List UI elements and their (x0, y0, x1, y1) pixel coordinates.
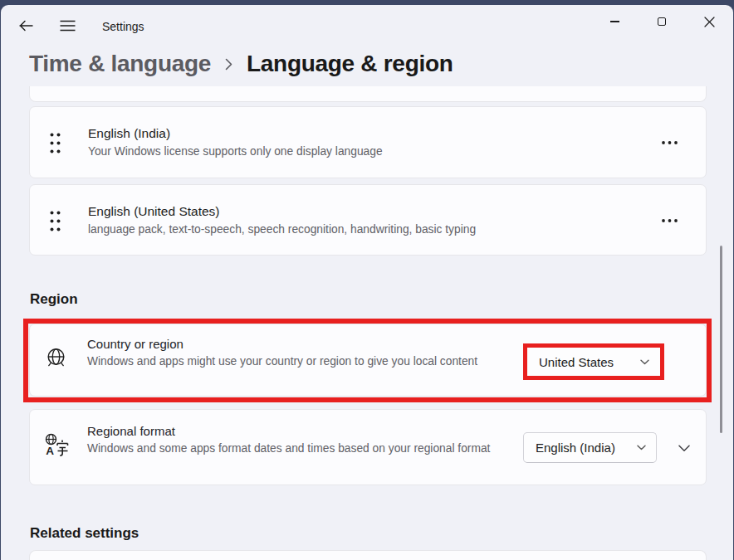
back-button[interactable] (12, 12, 39, 39)
setting-title: Country or region (87, 337, 184, 351)
section-header-related-settings: Related settings (30, 525, 139, 542)
ellipsis-icon (662, 141, 678, 144)
scrollbar[interactable] (720, 246, 722, 433)
chevron-down-icon (678, 445, 690, 452)
language-description: Your Windows license supports only one d… (88, 145, 383, 158)
translate-language-icon: A (43, 432, 71, 463)
expand-row-button[interactable] (669, 433, 699, 463)
language-name: English (United States) (88, 204, 220, 219)
svg-text:A: A (46, 445, 54, 457)
section-header-region: Region (30, 291, 78, 308)
app-title: Settings (102, 20, 144, 33)
chevron-down-icon (637, 445, 646, 450)
language-item-english-india[interactable]: English (India) Your Windows license sup… (29, 106, 707, 178)
partial-card-top (29, 86, 707, 102)
country-dropdown[interactable]: United States (527, 348, 660, 376)
language-item-english-united-states[interactable]: English (United States) language pack, t… (29, 184, 707, 256)
minimize-icon (610, 21, 619, 22)
setting-description: Windows and apps might use your country … (87, 353, 496, 369)
close-icon (704, 17, 715, 27)
breadcrumb: Time & language Language & region (29, 51, 453, 77)
settings-page: Settings Time & language Language & regi… (0, 0, 734, 560)
globe-icon (45, 347, 67, 373)
drag-handle-icon[interactable] (49, 132, 61, 158)
partial-card-bottom (29, 550, 707, 560)
language-name: English (India) (88, 126, 170, 141)
language-description: language pack, text-to-speech, speech re… (88, 223, 476, 236)
hamburger-icon (60, 20, 76, 32)
hamburger-menu-button[interactable] (54, 12, 81, 39)
regional-format-dropdown-value: English (India) (536, 441, 615, 455)
regional-format-dropdown[interactable]: English (India) (523, 432, 657, 463)
page-title: Language & region (247, 51, 453, 77)
maximize-icon (658, 17, 666, 26)
more-options-button[interactable] (653, 126, 686, 159)
setting-description: Windows and some apps format dates and t… (87, 441, 519, 456)
more-options-button[interactable] (653, 204, 686, 237)
chevron-down-icon (640, 359, 649, 365)
minimize-button[interactable] (595, 7, 634, 37)
maximize-button[interactable] (643, 7, 681, 37)
breadcrumb-parent[interactable]: Time & language (29, 51, 211, 77)
close-button[interactable] (690, 7, 728, 37)
drag-handle-icon[interactable] (49, 210, 61, 236)
breadcrumb-chevron-icon (225, 58, 232, 71)
ellipsis-icon (662, 219, 678, 222)
back-arrow-icon (18, 20, 33, 32)
setting-title: Regional format (87, 424, 175, 438)
country-dropdown-value: United States (539, 355, 614, 369)
